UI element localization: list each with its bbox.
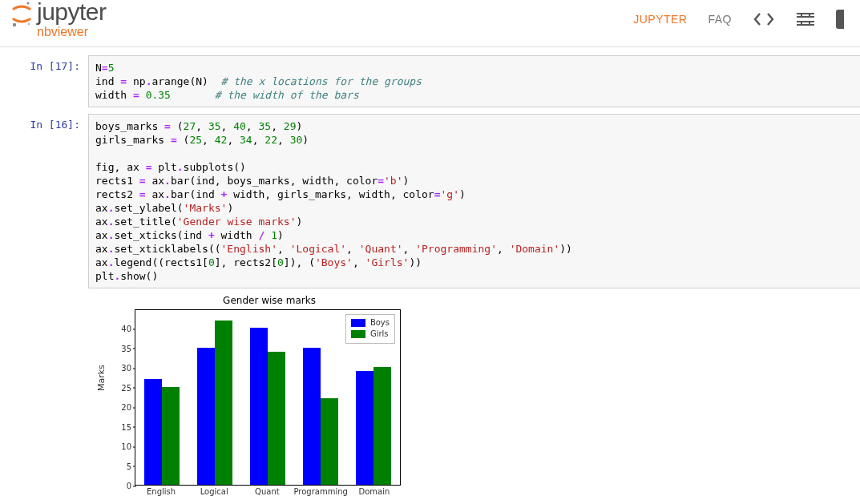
bar xyxy=(268,352,285,485)
bar-group xyxy=(188,310,241,485)
cell-prompt: In [16]: xyxy=(0,114,88,288)
legend-swatch xyxy=(351,319,365,327)
chart-legend: BoysGirls xyxy=(345,314,395,344)
nav-faq-link[interactable]: FAQ xyxy=(708,13,732,26)
plot-frame: BoysGirls xyxy=(135,309,401,486)
svg-point-2 xyxy=(28,23,30,26)
chart-title: Gender wise marks xyxy=(98,295,409,306)
y-axis-label: Marks xyxy=(96,365,107,391)
logo[interactable]: jupyter nbviewer xyxy=(11,0,107,38)
logo-main-text: jupyter xyxy=(37,0,107,24)
code-cell-17: In [17]: N=5 ind = np.arange(N) # the x … xyxy=(0,52,860,111)
bar xyxy=(215,321,232,485)
x-tick-label: Programming xyxy=(293,487,347,496)
menu-bars-icon[interactable] xyxy=(796,11,815,27)
y-ticks: 0510152025303540 xyxy=(114,309,133,486)
bar xyxy=(321,398,338,485)
x-tick-label: Quant xyxy=(240,487,293,496)
x-ticks: EnglishLogicalQuantProgrammingDomain xyxy=(135,487,401,496)
svg-point-0 xyxy=(26,2,29,4)
bar xyxy=(250,328,268,485)
legend-label: Girls xyxy=(370,329,389,340)
notebook: In [17]: N=5 ind = np.arange(N) # the x … xyxy=(0,46,860,504)
bar-group xyxy=(241,310,294,485)
nav-jupyter-link[interactable]: JUPYTER xyxy=(633,13,687,26)
x-tick-label: Logical xyxy=(188,487,240,496)
bar xyxy=(373,367,391,485)
legend-row: Girls xyxy=(351,329,390,340)
legend-label: Boys xyxy=(370,317,390,329)
code-icon[interactable] xyxy=(753,11,775,27)
nav: JUPYTER FAQ xyxy=(633,10,844,29)
legend-row: Boys xyxy=(351,317,390,329)
bar xyxy=(144,379,162,485)
cell-prompt: In [17]: xyxy=(0,55,88,107)
bar-chart: Gender wise marks Marks 0510152025303540… xyxy=(98,295,409,504)
bar xyxy=(197,348,215,485)
x-tick-label: English xyxy=(135,487,188,496)
code-cell-16: In [16]: boys_marks = (27, 35, 40, 35, 2… xyxy=(0,111,860,292)
code-content[interactable]: boys_marks = (27, 35, 40, 35, 29) girls_… xyxy=(88,114,860,288)
code-content[interactable]: N=5 ind = np.arange(N) # the x locations… xyxy=(88,55,860,107)
bar xyxy=(303,348,321,485)
legend-swatch xyxy=(351,330,365,338)
bar-group xyxy=(135,310,188,485)
svg-point-1 xyxy=(13,23,16,26)
output-area: Gender wise marks Marks 0510152025303540… xyxy=(0,295,860,504)
x-tick-label: Domain xyxy=(348,487,401,496)
bar xyxy=(162,387,180,485)
extra-icon[interactable] xyxy=(836,10,844,29)
jupyter-icon xyxy=(11,2,32,27)
logo-sub-text: nbviewer xyxy=(37,26,107,38)
bar xyxy=(356,371,373,485)
bar-group xyxy=(294,310,347,485)
header: jupyter nbviewer JUPYTER FAQ xyxy=(0,0,860,46)
